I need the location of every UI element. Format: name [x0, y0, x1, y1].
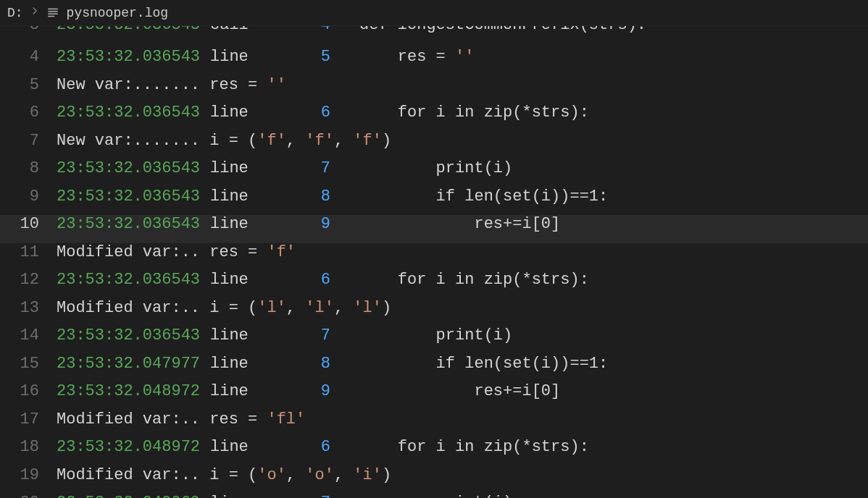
token: 23:53:32.048972 — [57, 438, 210, 456]
line-number: 15 — [0, 355, 57, 373]
line-content: 23:53:32.049969line7 print(i) — [57, 494, 512, 498]
token: New var:....... i = ( — [57, 132, 257, 150]
line-content: 23:53:32.048972line6 for i in zip(*strs)… — [57, 438, 589, 456]
token: print(i) — [359, 159, 512, 177]
token: 23:53:32.048972 — [57, 382, 210, 400]
token: 'l' — [257, 299, 286, 317]
token: 'f' — [305, 132, 334, 150]
token: , — [286, 132, 305, 150]
line-number: 18 — [0, 438, 57, 456]
editor-line[interactable]: 1523:53:32.047977line8 if len(set(i))==1… — [0, 355, 868, 383]
token: if len(set(i))==1: — [359, 355, 608, 373]
token: ) — [382, 466, 391, 484]
editor-line[interactable]: 1623:53:32.048972line9 res+=i[0] — [0, 382, 868, 410]
token: 'f' — [257, 132, 286, 150]
token: 'fl' — [267, 410, 305, 429]
editor-line[interactable]: 1423:53:32.036543line7 print(i) — [0, 326, 868, 355]
token: 'f' — [353, 132, 382, 150]
line-number: 6 — [0, 104, 57, 122]
line-number: 11 — [0, 243, 57, 261]
breadcrumb-filename[interactable]: pysnooper.log — [67, 6, 168, 20]
token: line — [210, 159, 264, 177]
line-content: 23:53:32.047977line8 if len(set(i))==1: — [57, 355, 608, 373]
token: '' — [455, 48, 474, 66]
editor-line[interactable]: 1823:53:32.048972line6 for i in zip(*str… — [0, 438, 868, 466]
editor-line[interactable]: 423:53:32.036543line5 res = '' — [0, 48, 868, 76]
token: , — [286, 466, 305, 484]
token: res = — [359, 48, 455, 66]
editor-line[interactable]: 17Modified var:.. res = 'fl' — [0, 410, 868, 439]
editor-line[interactable]: 1023:53:32.036543line9 res+=i[0] — [0, 215, 868, 243]
token: Modified var:.. res = — [57, 410, 267, 429]
editor-line[interactable]: 7New var:....... i = ('f', 'f', 'f') — [0, 132, 868, 160]
token: 8 — [264, 187, 359, 206]
line-content: New var:....... res = '' — [57, 76, 286, 94]
token: New var:....... res = — [57, 76, 267, 94]
token: 23:53:32.036543 — [57, 104, 210, 122]
line-content: 23:53:32.036543line5 res = '' — [57, 48, 474, 66]
breadcrumb[interactable]: D: pysnooper.log — [0, 0, 868, 26]
editor-line[interactable]: 19Modified var:.. i = ('o', 'o', 'i') — [0, 466, 868, 494]
editor-line[interactable]: 13Modified var:.. i = ('l', 'l', 'l') — [0, 299, 868, 327]
line-number: 3 — [0, 26, 57, 34]
line-content: 23:53:32.048972line9 res+=i[0] — [57, 382, 560, 400]
token: 23:53:32.036543 — [57, 187, 210, 206]
line-number: 19 — [0, 466, 57, 484]
editor-area[interactable]: 323:53:32.036543call4def longestCommonPr… — [0, 26, 868, 498]
token: line — [210, 104, 264, 122]
token: line — [210, 438, 264, 456]
token: line — [210, 271, 264, 289]
line-content: 23:53:32.036543line7 print(i) — [57, 159, 512, 177]
token: for i in zip(*strs): — [359, 271, 589, 289]
line-number: 7 — [0, 132, 57, 150]
token: 4 — [264, 26, 359, 34]
token: 23:53:32.036543 — [57, 48, 210, 66]
line-number: 10 — [0, 215, 57, 233]
editor-line[interactable]: 5New var:....... res = '' — [0, 76, 868, 104]
token: ) — [382, 132, 391, 150]
token: def longestCommonPrefix(strs): — [359, 26, 646, 34]
line-number: 14 — [0, 326, 57, 345]
token: 9 — [264, 215, 359, 233]
token: print(i) — [359, 326, 512, 345]
line-content: Modified var:.. res = 'fl' — [57, 410, 305, 429]
line-number: 20 — [0, 494, 57, 498]
breadcrumb-drive[interactable]: D: — [7, 6, 23, 20]
token: 9 — [264, 382, 359, 400]
token: res+=i[0] — [359, 215, 560, 233]
token: , — [334, 466, 353, 484]
line-content: 23:53:32.036543call4def longestCommonPre… — [57, 26, 646, 34]
token: 7 — [264, 326, 359, 345]
token: 'f' — [267, 243, 296, 261]
token: for i in zip(*strs): — [359, 104, 589, 122]
token: line — [210, 355, 264, 373]
token: 'l' — [305, 299, 334, 317]
token: line — [210, 215, 264, 233]
line-number: 5 — [0, 76, 57, 94]
token: , — [334, 132, 353, 150]
token: Modified var:.. res = — [57, 243, 267, 261]
line-content: Modified var:.. i = ('o', 'o', 'i') — [57, 466, 391, 484]
editor-line[interactable]: 623:53:32.036543line6 for i in zip(*strs… — [0, 104, 868, 132]
token: 23:53:32.036543 — [57, 271, 210, 289]
token: 7 — [264, 494, 359, 498]
editor-line[interactable]: 823:53:32.036543line7 print(i) — [0, 159, 868, 187]
line-content: 23:53:32.036543line9 res+=i[0] — [57, 215, 560, 233]
token: line — [210, 494, 264, 498]
token: 23:53:32.036543 — [57, 26, 210, 34]
line-number: 12 — [0, 271, 57, 289]
editor-line[interactable]: 11Modified var:.. res = 'f' — [0, 243, 868, 271]
editor-line[interactable]: 1223:53:32.036543line6 for i in zip(*str… — [0, 271, 868, 299]
token: 23:53:32.036543 — [57, 215, 210, 233]
token: 6 — [264, 271, 359, 289]
editor-line[interactable]: 2023:53:32.049969line7 print(i) — [0, 494, 868, 498]
token: call — [210, 26, 264, 34]
token: if len(set(i))==1: — [359, 187, 608, 206]
editor-line[interactable]: 923:53:32.036543line8 if len(set(i))==1: — [0, 187, 868, 216]
token: '' — [267, 76, 285, 94]
token: line — [210, 48, 264, 66]
token: Modified var:.. i = ( — [57, 299, 257, 317]
token: 'i' — [353, 466, 382, 484]
line-content: 23:53:32.036543line8 if len(set(i))==1: — [57, 187, 608, 206]
editor-line[interactable]: 323:53:32.036543call4def longestCommonPr… — [0, 26, 868, 48]
